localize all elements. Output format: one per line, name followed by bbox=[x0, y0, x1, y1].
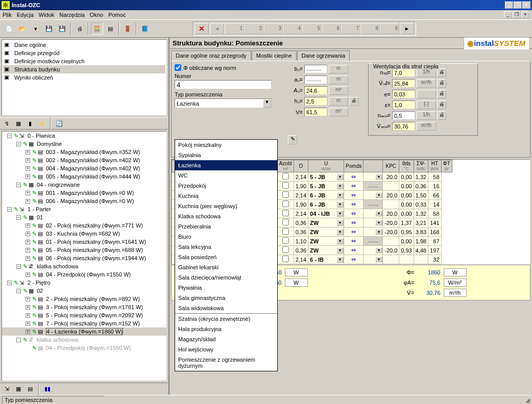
dropdown-icon[interactable]: ▾ bbox=[375, 229, 382, 235]
unit-button[interactable]: m² bbox=[329, 86, 348, 95]
tree-row[interactable]: −✎⇵klatka schodowa bbox=[2, 262, 166, 270]
tab-general[interactable]: Dane ogólne oraz przegrody bbox=[171, 50, 251, 61]
expand-icon[interactable]: + bbox=[26, 166, 30, 171]
print-icon[interactable]: 🖨 bbox=[74, 22, 86, 35]
expand-icon[interactable]: + bbox=[26, 199, 30, 204]
dropdown-icon[interactable]: ▾ bbox=[336, 229, 344, 235]
param-input[interactable] bbox=[392, 111, 415, 120]
unit-button[interactable] bbox=[417, 90, 436, 98]
next-tab-icon[interactable]: ► bbox=[400, 23, 414, 34]
resize-grip-icon[interactable]: ◢ bbox=[525, 396, 530, 403]
refresh-icon[interactable]: 🔄 bbox=[55, 119, 64, 128]
pencil-icon[interactable]: ✎ bbox=[288, 135, 297, 144]
expand-icon[interactable]: + bbox=[26, 232, 30, 236]
expand-icon[interactable]: + bbox=[26, 240, 30, 244]
mdi-minimize-button[interactable]: _ bbox=[504, 11, 512, 18]
tab-thermal-bridges[interactable]: Mostki cieplne bbox=[252, 50, 297, 61]
dropdown-option[interactable]: Sala lekcyjna bbox=[175, 242, 277, 252]
expand-icon[interactable]: + bbox=[26, 313, 30, 318]
tree-row[interactable]: −✎▦02 bbox=[2, 287, 166, 295]
add-floor-icon[interactable]: ⇲ bbox=[2, 385, 11, 394]
printer-icon[interactable]: 🖨 bbox=[437, 111, 446, 120]
room-type-dropdown[interactable]: Pokój mieszkalnySypialniaŁazienkaWCPrzed… bbox=[175, 139, 278, 371]
add-group-icon[interactable]: ▦ bbox=[14, 385, 23, 394]
row-checkbox2[interactable] bbox=[282, 219, 289, 225]
combo-arrow-icon[interactable]: ▼ bbox=[263, 99, 271, 108]
expand-icon[interactable]: + bbox=[26, 191, 30, 195]
box-icon[interactable]: ▦ bbox=[14, 119, 23, 128]
tab-1[interactable]: 1 bbox=[225, 23, 244, 34]
dropdown-icon[interactable]: ▾ bbox=[375, 257, 382, 262]
fly-down-icon[interactable]: ↯ bbox=[2, 119, 11, 128]
dropdown-icon[interactable]: ▾ bbox=[336, 211, 344, 217]
tree-row[interactable]: +✎▤3 - Pokój mieszkalny (Φwym.=1781 W) bbox=[2, 303, 166, 311]
dropdown-option[interactable]: Biuro bbox=[175, 232, 277, 242]
expand-icon[interactable]: − bbox=[16, 338, 21, 342]
calculator-icon[interactable]: 🧮 bbox=[91, 22, 103, 35]
tree-row[interactable]: +✎▤005 - Magazyn/skład (Φwym.=444 W) bbox=[2, 172, 166, 181]
dropdown-option[interactable]: Pomieszczenie z ogrzewaniem dyżurnym bbox=[175, 355, 277, 371]
unit-button[interactable]: [-] bbox=[417, 100, 436, 109]
dropdown-option[interactable]: Sala posiedzeń bbox=[175, 252, 277, 262]
nav-item[interactable]: ▣Wyniki obliczeń bbox=[3, 73, 165, 82]
expand-icon[interactable]: − bbox=[7, 281, 12, 285]
diskette2-icon[interactable]: 💾 bbox=[56, 22, 68, 35]
grid-header[interactable]: ΦTW bbox=[441, 160, 452, 172]
dropdown-option[interactable]: Pokój mieszkalny bbox=[175, 140, 277, 150]
grid-header[interactable]: HTW/K bbox=[428, 160, 441, 172]
tree-row[interactable]: +✎▤02 - Pokój mieszkalny (Φwym.=771 W) bbox=[2, 221, 166, 230]
menu-tools[interactable]: Narzędzia bbox=[59, 12, 85, 18]
menu-window[interactable]: Okno bbox=[90, 12, 103, 18]
unit-button[interactable]: m bbox=[329, 75, 348, 84]
expand-icon[interactable]: + bbox=[26, 174, 30, 179]
grid-header[interactable]: Azoblm² bbox=[277, 160, 294, 172]
tree-row[interactable]: −✎▦04 - niogrzewane bbox=[2, 181, 166, 189]
building-tree[interactable]: −✎⇲0 - Piwnica−✎▦Domyślne+✎▤003 - Magazy… bbox=[2, 131, 167, 381]
printer-icon[interactable]: 🖨 bbox=[437, 79, 446, 88]
param-input[interactable] bbox=[392, 122, 415, 131]
tree-row[interactable]: +✎▤4 - Łazienka (Φwym.=1860 W) bbox=[2, 327, 166, 336]
tree-row[interactable]: −✎⇲0 - Piwnica bbox=[2, 132, 166, 140]
dropdown-option[interactable]: Hol wejściowy bbox=[175, 344, 277, 355]
row-checkbox2[interactable] bbox=[282, 191, 289, 198]
exit-icon[interactable]: 🚪 bbox=[122, 22, 134, 35]
tree-row[interactable]: +✎▤001 - Magazyn/skład (Φwym.=0 W) bbox=[2, 189, 166, 197]
room-type-combo[interactable]: Łazienka ▼ bbox=[175, 98, 272, 108]
dropdown-icon[interactable]: ▾ bbox=[375, 247, 382, 253]
add-room-icon[interactable]: ▤ bbox=[26, 385, 35, 394]
mdi-close-button[interactable]: × bbox=[521, 11, 529, 18]
dropdown-option[interactable]: Hala produkcyjna bbox=[175, 324, 277, 334]
expand-icon[interactable]: + bbox=[26, 330, 30, 334]
unit-button[interactable]: m³ bbox=[329, 108, 348, 116]
param-input[interactable] bbox=[392, 79, 415, 88]
lightning-icon[interactable]: ⚡ bbox=[37, 119, 46, 128]
new-icon[interactable]: 📄 bbox=[3, 22, 15, 35]
dropdown-icon[interactable]: ▾ bbox=[375, 192, 382, 198]
row-checkbox2[interactable] bbox=[282, 246, 289, 253]
menu-file[interactable]: Plik bbox=[3, 12, 12, 18]
dropdown-option[interactable]: Sala dziecięca/niemowląt bbox=[175, 272, 277, 283]
tree-row[interactable]: −✎▦01 bbox=[2, 213, 166, 221]
grid-header[interactable] bbox=[364, 160, 383, 172]
row-checkbox2[interactable] bbox=[282, 210, 289, 216]
grid-header[interactable]: θds°C bbox=[399, 160, 414, 172]
expand-icon[interactable]: − bbox=[16, 264, 21, 269]
unit-button[interactable]: 1/h bbox=[417, 68, 436, 77]
grid-icon[interactable]: ▤ bbox=[104, 22, 116, 35]
doc-green-icon[interactable]: ▮ bbox=[26, 119, 35, 128]
nav-tree[interactable]: ▣Dane ogólne▣Definicje przegród▣Definicj… bbox=[2, 39, 167, 116]
calc-by-norms-checkbox[interactable] bbox=[175, 64, 181, 71]
expand-icon[interactable]: − bbox=[16, 142, 21, 146]
dropdown-icon[interactable]: ▾ bbox=[336, 247, 344, 254]
expand-icon[interactable]: − bbox=[7, 207, 12, 212]
param-input[interactable] bbox=[304, 97, 327, 106]
expand-icon[interactable]: + bbox=[26, 158, 30, 163]
param-input[interactable] bbox=[304, 65, 327, 73]
menu-view[interactable]: Widok bbox=[39, 12, 55, 18]
menu-help[interactable]: Pomoc bbox=[108, 12, 126, 18]
dropdown-option[interactable]: Sala gimnastyczna bbox=[175, 293, 277, 303]
numer-input[interactable] bbox=[175, 80, 272, 89]
row-checkbox2[interactable] bbox=[282, 237, 289, 244]
close-button[interactable]: × bbox=[522, 2, 530, 9]
tree-row[interactable]: +✎▤004 - Magazyn/skład (Φwym.=402 W) bbox=[2, 164, 166, 172]
